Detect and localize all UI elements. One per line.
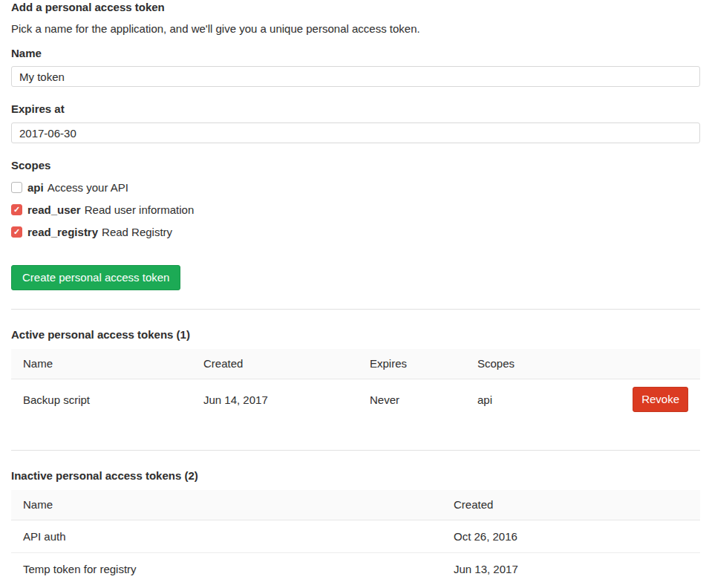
scope-name: read_registry: [27, 226, 98, 238]
scope-description: Read Registry: [102, 226, 172, 238]
token-name-input[interactable]: [11, 66, 700, 87]
token-created-cell: Jun 14, 2017: [192, 379, 358, 420]
column-header-name: Name: [11, 490, 442, 520]
scope-name: read_user: [27, 203, 81, 216]
token-name-cell: Temp token for registry: [11, 553, 442, 586]
token-action-cell: Revoke: [584, 379, 700, 420]
token-expires-cell: Never: [358, 379, 466, 420]
table-header-row: Name Created Expires Scopes: [11, 349, 700, 379]
expires-at-label: Expires at: [11, 103, 700, 114]
create-token-button[interactable]: Create personal access token: [11, 265, 180, 290]
token-name-cell: Backup script: [11, 379, 192, 420]
scopes-list: ✓ api Access your API ✓ read_user Read u…: [11, 180, 700, 238]
scope-name: api: [27, 181, 44, 194]
scopes-label: Scopes: [11, 160, 700, 171]
checkmark-icon: ✓: [13, 228, 20, 236]
table-row: API auth Oct 26, 2016: [11, 520, 700, 553]
token-scopes-cell: api: [466, 379, 584, 420]
column-header-expires: Expires: [358, 349, 466, 379]
column-header-created: Created: [192, 349, 358, 379]
scope-option-read-user[interactable]: ✓ read_user Read user information: [11, 203, 700, 216]
read-user-checkbox[interactable]: ✓: [11, 204, 22, 215]
column-header-action: [584, 349, 700, 379]
token-created-cell: Jun 13, 2017: [442, 553, 700, 586]
checkmark-icon: ✓: [13, 206, 20, 214]
table-header-row: Name Created: [11, 490, 700, 520]
add-token-description: Pick a name for the application, and we'…: [11, 23, 700, 35]
column-header-scopes: Scopes: [466, 349, 584, 379]
column-header-created: Created: [442, 490, 700, 520]
read-registry-checkbox[interactable]: ✓: [11, 226, 22, 238]
table-row: Backup script Jun 14, 2017 Never api Rev…: [11, 379, 700, 420]
personal-access-tokens-page: Add a personal access token Pick a name …: [0, 0, 712, 585]
scope-description: Access your API: [48, 181, 128, 194]
column-header-name: Name: [11, 349, 192, 379]
revoke-button[interactable]: Revoke: [633, 387, 688, 412]
inactive-tokens-title: Inactive personal access tokens (2): [11, 470, 700, 481]
token-name-cell: API auth: [11, 520, 442, 553]
add-token-title: Add a personal access token: [11, 1, 700, 13]
expires-at-input[interactable]: [11, 122, 700, 143]
scope-option-api[interactable]: ✓ api Access your API: [11, 180, 700, 194]
active-tokens-table: Name Created Expires Scopes Backup scrip…: [11, 349, 700, 419]
active-tokens-title: Active personal access tokens (1): [11, 329, 700, 340]
table-row: Temp token for registry Jun 13, 2017: [11, 553, 700, 586]
inactive-tokens-table: Name Created API auth Oct 26, 2016 Temp …: [11, 490, 700, 585]
section-divider: [11, 450, 700, 451]
scope-description: Read user information: [85, 203, 195, 216]
name-label: Name: [11, 48, 700, 59]
section-divider: [11, 309, 700, 310]
token-created-cell: Oct 26, 2016: [442, 520, 700, 553]
api-checkbox[interactable]: ✓: [11, 182, 22, 193]
scope-option-read-registry[interactable]: ✓ read_registry Read Registry: [11, 225, 700, 238]
